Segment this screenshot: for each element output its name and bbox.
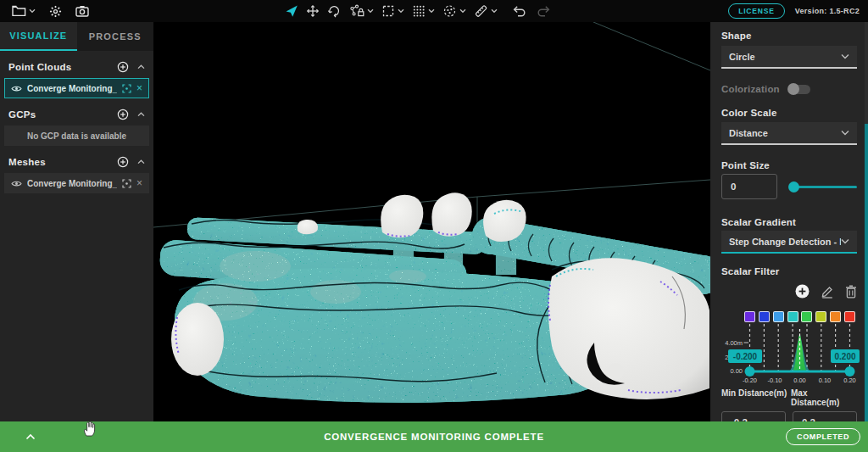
max-distance-label: Max Distance(m)	[791, 388, 857, 407]
shape-label: Shape	[721, 31, 857, 41]
panel-scrollbar	[865, 22, 868, 421]
meshes-title: Meshes	[8, 157, 117, 167]
meshes-header: Meshes	[8, 154, 145, 170]
scalar-gradient-label: Scalar Gradient	[721, 217, 857, 227]
svg-text:4.00m: 4.00m	[725, 339, 743, 347]
redo-icon	[537, 5, 551, 17]
chevron-down-icon	[29, 8, 36, 14]
right-properties-panel: Shape Circle Colorization Color Scale Di…	[710, 22, 868, 421]
undo-icon	[512, 5, 526, 17]
scalar-filter-histogram: 4.00m 2.00m 0.00 -0.20	[721, 322, 857, 385]
gradient-swatch[interactable]	[744, 311, 755, 322]
colorization-label: Colorization	[721, 84, 780, 94]
shape-dropdown[interactable]: Circle	[721, 46, 857, 69]
shape-value: Circle	[729, 52, 841, 62]
point-size-slider-track[interactable]	[789, 186, 857, 188]
histogram-x-ticks: -0.20 -0.10 0.00 0.10 0.20	[743, 377, 856, 384]
viewport-3d[interactable]	[153, 22, 710, 421]
license-button[interactable]: LICENSE	[728, 3, 784, 19]
expand-status-chevron-icon[interactable]	[25, 433, 36, 440]
zoom-to-item-icon[interactable]	[122, 179, 131, 188]
panel-scrollbar-thumb[interactable]	[865, 124, 868, 421]
status-message: CONVERGENCE MONITORING COMPLETE	[0, 432, 868, 442]
point-cloud-item-label: Converge Monitoring_Sect...	[27, 84, 117, 93]
wireframe-grid-lines	[153, 22, 710, 239]
pan-tool[interactable]	[306, 4, 320, 18]
visibility-eye-icon[interactable]	[11, 180, 22, 187]
min-range-badge: -0.200	[728, 349, 762, 363]
zoom-to-item-icon[interactable]	[122, 84, 131, 93]
visibility-eye-icon[interactable]	[11, 85, 22, 92]
status-bar: CONVERGENCE MONITORING COMPLETE COMPLETE…	[0, 421, 868, 452]
range-slider-max-handle[interactable]	[845, 366, 855, 377]
delete-filter-icon[interactable]	[845, 285, 857, 299]
svg-text:0.00: 0.00	[730, 367, 743, 375]
left-sidebar: VISUALIZE PROCESS Point Clouds Converge …	[0, 22, 153, 421]
point-cloud-item[interactable]: Converge Monitoring_Sect... ×	[4, 78, 149, 98]
svg-text:-0.20: -0.20	[743, 377, 757, 384]
remove-item-icon[interactable]: ×	[136, 178, 142, 188]
screenshot-camera-button[interactable]	[75, 5, 89, 17]
edit-filter-icon[interactable]	[821, 285, 834, 299]
gcp-empty-message: No GCP data is available	[4, 126, 149, 146]
min-distance-label: Min Distance(m)	[721, 388, 787, 407]
select-cursor-tool[interactable]	[285, 4, 298, 18]
gradient-swatch[interactable]	[815, 311, 826, 322]
chevron-down-icon	[459, 8, 466, 14]
chevron-down-icon	[398, 8, 404, 14]
add-mesh-icon[interactable]	[117, 156, 129, 168]
rotate-tool[interactable]	[327, 4, 342, 18]
undo-button[interactable]	[512, 5, 526, 17]
max-range-badge: 0.200	[831, 349, 860, 363]
gradient-swatch[interactable]	[759, 311, 770, 322]
svg-text:0.10: 0.10	[819, 377, 832, 384]
grid-dots-icon	[412, 4, 426, 18]
add-filter-icon[interactable]	[795, 284, 810, 299]
completed-button[interactable]: COMPLETED	[786, 428, 860, 445]
collapse-chevron-icon[interactable]	[137, 112, 145, 117]
add-gcp-icon[interactable]	[117, 109, 129, 120]
sidebar-tabs: VISUALIZE PROCESS	[0, 22, 153, 51]
point-size-slider-handle[interactable]	[788, 181, 799, 193]
gradient-swatch[interactable]	[773, 311, 784, 322]
add-point-cloud-icon[interactable]	[117, 61, 129, 73]
grid-tool[interactable]	[412, 4, 435, 18]
gradient-swatch[interactable]	[830, 311, 841, 322]
svg-text:0.00: 0.00	[793, 377, 806, 384]
registration-lock-icon	[349, 4, 364, 18]
box-select-icon	[381, 4, 395, 18]
camera-icon	[75, 5, 89, 17]
tab-visualize[interactable]: VISUALIZE	[0, 22, 77, 51]
collapse-chevron-icon[interactable]	[137, 64, 145, 70]
measure-tool[interactable]	[474, 4, 498, 18]
measure-ruler-icon	[474, 4, 488, 18]
color-scale-dropdown[interactable]: Distance	[721, 122, 857, 145]
settings-gear-button[interactable]	[49, 5, 62, 18]
box-select-tool[interactable]	[381, 4, 404, 18]
range-slider-min-handle[interactable]	[745, 366, 755, 377]
registration-tool[interactable]	[349, 4, 374, 18]
svg-text:-0.10: -0.10	[767, 377, 782, 384]
gradient-swatch-row	[721, 311, 857, 322]
point-size-input[interactable]	[721, 174, 777, 199]
gradient-swatch[interactable]	[801, 311, 812, 322]
collapse-chevron-icon[interactable]	[137, 159, 145, 165]
tab-process[interactable]: PROCESS	[77, 22, 154, 51]
color-scale-value: Distance	[729, 128, 841, 138]
redo-button[interactable]	[537, 5, 551, 17]
point-select-tool[interactable]	[442, 4, 466, 18]
point-cloud-render	[153, 22, 710, 421]
remove-item-icon[interactable]: ×	[136, 83, 142, 93]
mesh-item[interactable]: Converge Monitoring_Sect... ×	[4, 173, 149, 193]
point-clouds-title: Point Clouds	[8, 62, 117, 72]
colorization-toggle[interactable]	[788, 85, 810, 94]
gcps-title: GCPs	[8, 109, 117, 120]
point-size-label: Point Size	[721, 160, 857, 170]
version-label: Version: 1.5-RC2	[795, 7, 860, 15]
scalar-gradient-dropdown[interactable]: Step Change Detection - Rain...	[721, 231, 857, 254]
gradient-swatch[interactable]	[787, 311, 798, 322]
chevron-down-icon	[841, 53, 849, 59]
point-size-slider[interactable]	[789, 181, 857, 193]
project-folder-menu[interactable]	[12, 5, 36, 17]
gradient-swatch[interactable]	[844, 311, 855, 322]
